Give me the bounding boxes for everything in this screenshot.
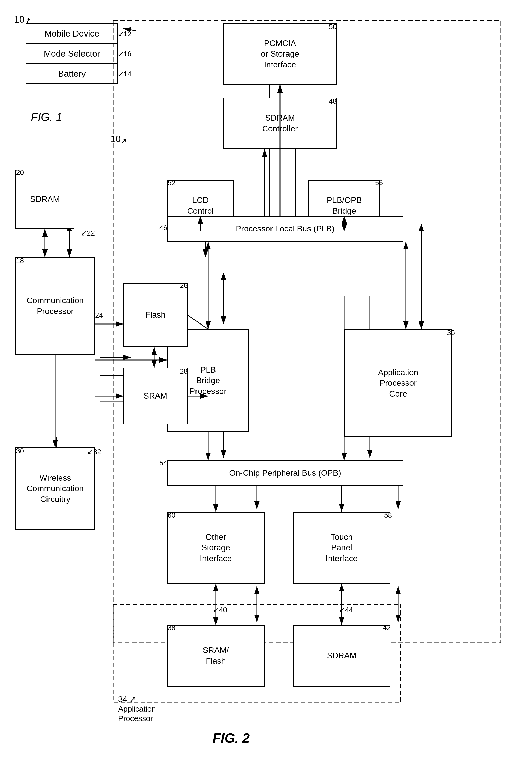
ref-60: 60 <box>167 511 175 519</box>
fig1-device-box: Mobile Device ↙12 Mode Selector ↙16 Batt… <box>26 23 118 84</box>
ref-44: ↙44 <box>339 606 353 614</box>
pcmcia-label: PCMCIAor StorageInterface <box>261 38 299 70</box>
flash-box: Flash <box>123 283 188 347</box>
app-proc-core-box: ApplicationProcessorCore <box>344 329 452 437</box>
ref-58: 58 <box>384 511 392 519</box>
fig1-ref-12: ↙12 <box>118 29 132 38</box>
sram-mid-box: SRAM <box>123 368 188 424</box>
sram-mid-label: SRAM <box>144 391 167 401</box>
app-proc-core-label: ApplicationProcessorCore <box>378 367 418 399</box>
lcd-ctrl-label: LCDControl <box>187 195 213 216</box>
ref-40: ↙40 <box>213 606 227 614</box>
fig1-ref-16: ↙16 <box>118 49 132 58</box>
fig2-arrow-10-icon: ↗ <box>120 136 127 146</box>
sdram-right-label: SDRAM <box>327 650 357 661</box>
plb-bus-box: Processor Local Bus (PLB) <box>167 216 403 242</box>
ref-46: 46 <box>159 224 167 232</box>
pcmcia-box: PCMCIAor StorageInterface <box>223 23 337 85</box>
plb-opb-label: PLB/OPBBridge <box>327 195 362 216</box>
ref-26: 26 <box>180 282 188 290</box>
sdram-left-box: SDRAM <box>15 170 74 229</box>
sdram-ctrl-box: SDRAMController <box>223 98 337 149</box>
fig1-battery-label: Battery <box>58 69 86 78</box>
ref-18: 18 <box>16 257 24 265</box>
sram-flash-box: SRAM/Flash <box>167 625 265 687</box>
touch-panel-box: TouchPanelInterface <box>293 512 390 584</box>
other-storage-label: OtherStorageInterface <box>200 532 232 564</box>
sdram-right-box: SDRAM <box>293 625 390 687</box>
ref-38: 38 <box>167 624 175 632</box>
fig1-mode-selector-label: Mode Selector <box>44 49 100 58</box>
svg-line-36 <box>188 315 208 329</box>
other-storage-box: OtherStorageInterface <box>167 512 265 584</box>
ref-48: 48 <box>329 97 337 105</box>
comm-proc-label: CommunicationProcessor <box>27 295 84 317</box>
ref-36: 36 <box>447 329 455 337</box>
plb-bridge-label: PLBBridgeProcessor <box>190 365 227 397</box>
ref-54: 54 <box>159 459 167 467</box>
fig1-mobile-device-label: Mobile Device <box>44 29 99 38</box>
opb-bus-box: On-Chip Peripheral Bus (OPB) <box>167 460 403 486</box>
sdram-left-label: SDRAM <box>30 194 60 205</box>
wireless-box: WirelessCommunicationCircuitry <box>15 447 95 530</box>
fig1-battery-row: Battery ↙14 <box>26 64 117 83</box>
fig2-title: FIG. 2 <box>180 730 283 746</box>
fig1-ref-14: ↙14 <box>118 69 132 78</box>
touch-panel-label: TouchPanelInterface <box>326 532 358 564</box>
app-processor-label: 34 ↗ApplicationProcessor <box>118 694 156 723</box>
flash-label: Flash <box>145 310 165 320</box>
ref-24: 24 <box>95 311 103 319</box>
plb-bus-label: Processor Local Bus (PLB) <box>236 224 334 234</box>
wireless-label: WirelessCommunicationCircuitry <box>27 473 84 505</box>
fig1-title: FIG. 1 <box>31 110 62 123</box>
opb-bus-label: On-Chip Peripheral Bus (OPB) <box>229 468 341 478</box>
ref-28: 28 <box>180 367 188 375</box>
comm-proc-box: CommunicationProcessor <box>15 257 95 355</box>
sdram-ctrl-label: SDRAMController <box>262 113 298 134</box>
ref-30: 30 <box>16 447 24 455</box>
diagram-area: 10 ↗ Mobile Device ↙12 Mode Selector ↙16… <box>0 0 532 773</box>
ref-42: 42 <box>383 624 391 632</box>
fig1-mobile-device-row: Mobile Device ↙12 <box>26 24 117 44</box>
fig1-mode-selector-row: Mode Selector ↙16 <box>26 44 117 64</box>
ref-50: 50 <box>329 23 337 31</box>
sram-flash-label: SRAM/Flash <box>203 645 229 666</box>
fig2-ref-10: 10 <box>110 134 121 144</box>
ref-56: 56 <box>375 179 383 187</box>
ref-22: ↙22 <box>81 229 95 237</box>
ref-20: 20 <box>16 168 24 177</box>
ref-52: 52 <box>167 179 175 187</box>
ref-32: ↙32 <box>87 447 101 456</box>
